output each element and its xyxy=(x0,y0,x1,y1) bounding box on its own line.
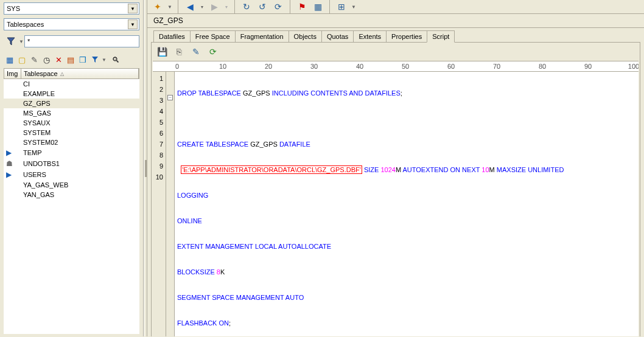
filter-input[interactable] xyxy=(24,35,139,47)
main-toolbar: ✦ ▼ ◀ ▾ ▶ ▾ ↻ ↺ ⟳ ⚑ ▦ ⊞ ▼ xyxy=(147,0,644,14)
delete-icon[interactable]: ✕ xyxy=(52,54,65,66)
object-type-combo-text: Tablespaces xyxy=(7,21,128,28)
line-number: 3 xyxy=(153,95,163,106)
tablespace-row[interactable]: CI xyxy=(4,79,139,89)
copy-icon[interactable]: ⎘ xyxy=(172,45,186,58)
clock-icon[interactable]: ◷ xyxy=(40,54,52,66)
chevron-down-icon[interactable]: ▼ xyxy=(167,0,173,13)
row-label: TEMP xyxy=(23,149,42,156)
ruler-label: 80 xyxy=(536,63,548,70)
tab-properties[interactable]: Properties xyxy=(386,30,427,42)
flag-icon[interactable]: ⚑ xyxy=(295,0,309,13)
chevron-down-icon[interactable]: ▼ xyxy=(101,54,107,66)
right-panel: ✦ ▼ ◀ ▾ ▶ ▾ ↻ ↺ ⟳ ⚑ ▦ ⊞ ▼ GZ_GPS Datafil… xyxy=(147,0,644,336)
script-toolbar: 💾 ⎘ ✎ ⟳ xyxy=(152,43,640,61)
objects-icon[interactable]: ❒ xyxy=(77,54,89,66)
code-area[interactable]: DROP TABLESPACE GZ_GPS INCLUDING CONTENT… xyxy=(175,72,639,336)
tablespace-row[interactable]: YA_GAS_WEB xyxy=(4,180,139,190)
row-label: UNDOTBS1 xyxy=(23,160,60,167)
tab-script[interactable]: Script xyxy=(427,30,455,43)
tab-objects[interactable]: Objects xyxy=(289,30,322,42)
nav-forward-icon: ▶ xyxy=(208,0,221,13)
line-number: 8 xyxy=(153,150,163,161)
tablespace-list-header: Img Tablespace △ xyxy=(4,68,139,79)
edit-icon[interactable]: ✎ xyxy=(189,45,203,58)
tablespace-row[interactable]: SYSTEM02 xyxy=(4,137,139,147)
ruler: 0102030405060708090100 xyxy=(153,61,639,72)
line-number: 2 xyxy=(153,84,163,95)
ruler-label: 60 xyxy=(445,63,457,70)
table-icon[interactable]: ⊞ xyxy=(335,0,348,13)
find-icon[interactable]: 🔍︎ xyxy=(110,54,122,66)
left-toolbar: ▦ ▢ ✎ ◷ ✕ ▤ ❒ ▼ 🔍︎ xyxy=(4,54,139,66)
column-header-img[interactable]: Img xyxy=(4,69,21,78)
new-icon[interactable]: ▢ xyxy=(16,54,28,66)
row-label: SYSAUX xyxy=(23,119,51,127)
object-type-combo[interactable]: Tablespaces ▼ xyxy=(4,18,139,30)
tablespace-row[interactable]: SYSTEM xyxy=(4,128,139,137)
funnel-icon[interactable] xyxy=(89,54,101,66)
row-label: SYSTEM xyxy=(23,129,51,136)
tablespace-row[interactable]: ▶USERS xyxy=(4,169,139,180)
open-icon[interactable]: ✎ xyxy=(28,54,40,66)
chevron-down-icon[interactable]: ▼ xyxy=(128,19,138,29)
grid-icon[interactable]: ▦ xyxy=(311,0,324,13)
tab-datafiles[interactable]: Datafiles xyxy=(153,30,191,42)
row-label: YAN_GAS xyxy=(23,191,54,198)
tab-content: 💾 ⎘ ✎ ⟳ 0102030405060708090100 123456789… xyxy=(151,42,640,336)
tablespace-row[interactable]: SYSAUX xyxy=(4,118,139,128)
refresh3-icon[interactable]: ⟳ xyxy=(271,0,285,13)
refresh1-icon[interactable]: ↻ xyxy=(240,0,253,13)
row-label: USERS xyxy=(23,171,46,178)
chevron-down-icon[interactable]: ▼ xyxy=(351,0,357,13)
line-number: 9 xyxy=(153,161,163,172)
tab-fragmentation[interactable]: Fragmentation xyxy=(235,30,289,42)
chevron-down-icon[interactable]: ▼ xyxy=(18,34,24,49)
tab-free-space[interactable]: Free Space xyxy=(190,30,236,42)
save-icon[interactable]: 💾 xyxy=(155,45,169,58)
tab-extents[interactable]: Extents xyxy=(353,30,387,42)
tablespace-row[interactable]: GZ_GPS xyxy=(4,99,139,108)
chevron-down-icon[interactable]: ▼ xyxy=(128,4,138,13)
chevron-down-icon: ▾ xyxy=(223,0,229,13)
schema-combo-text: SYS xyxy=(7,5,128,12)
refresh-icon[interactable]: ⟳ xyxy=(206,45,220,58)
ruler-label: 0 xyxy=(171,63,183,70)
row-icon: ▶ xyxy=(6,148,23,157)
refresh2-icon[interactable]: ↺ xyxy=(256,0,269,13)
line-number: 6 xyxy=(153,128,163,139)
line-gutter: 12345678910 xyxy=(153,72,166,336)
nav-back-icon[interactable]: ◀ xyxy=(183,0,197,13)
schema-combo[interactable]: SYS ▼ xyxy=(4,2,139,15)
fold-collapse-icon[interactable]: − xyxy=(167,95,173,100)
ruler-label: 10 xyxy=(217,63,229,70)
column-header-tablespace[interactable]: Tablespace △ xyxy=(21,69,139,78)
funnel-icon[interactable] xyxy=(4,34,18,49)
script-editor[interactable]: 12345678910 − DROP TABLESPACE GZ_GPS INC… xyxy=(153,72,639,336)
db-icon[interactable]: ▤ xyxy=(65,54,77,66)
left-panel: SYS ▼ Tablespaces ▼ ▼ ▦ ▢ ✎ ◷ ✕ ▤ ❒ ▼ 🔍︎… xyxy=(0,0,144,336)
ruler-label: 50 xyxy=(399,63,411,70)
line-number: 10 xyxy=(153,172,163,182)
tablespace-row[interactable]: ▶TEMP xyxy=(4,147,139,158)
ruler-label: 30 xyxy=(308,63,320,70)
row-label: MS_GAS xyxy=(23,109,51,117)
wand-icon[interactable]: ✦ xyxy=(151,0,164,13)
tablespace-row[interactable]: MS_GAS xyxy=(4,108,139,118)
tablespace-row[interactable]: ☗UNDOTBS1 xyxy=(4,158,139,169)
chevron-down-icon[interactable]: ▾ xyxy=(199,0,205,13)
row-label: YA_GAS_WEB xyxy=(23,181,68,189)
ruler-label: 40 xyxy=(354,63,366,70)
tablespace-row[interactable]: EXAMPLE xyxy=(4,89,139,99)
tab-strip: DatafilesFree SpaceFragmentationObjectsQ… xyxy=(147,28,644,42)
tablespace-row[interactable]: YAN_GAS xyxy=(4,190,139,200)
ruler-label: 100 xyxy=(628,63,639,70)
row-icon: ☗ xyxy=(6,159,23,168)
view-icon[interactable]: ▦ xyxy=(4,54,16,66)
ruler-label: 20 xyxy=(262,63,275,70)
tab-quotas[interactable]: Quotas xyxy=(321,30,354,42)
row-label: SYSTEM02 xyxy=(23,139,58,146)
line-number: 1 xyxy=(153,73,163,84)
row-icon: ▶ xyxy=(6,170,23,179)
fold-column: − xyxy=(166,72,175,336)
